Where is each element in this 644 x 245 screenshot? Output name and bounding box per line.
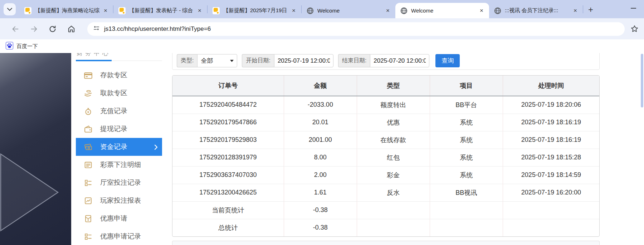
tab-welcome-2-active[interactable]: Welcome × (395, 3, 489, 18)
cell-amount: 1.61 (284, 184, 357, 201)
bookmark-baidu[interactable]: 百度一下 (6, 42, 38, 51)
close-icon[interactable]: × (384, 7, 392, 15)
filter-bar: 类型: 全部 开始日期: 结束日期: 查询 (172, 53, 600, 70)
summary-label: 总统计 (172, 219, 284, 236)
close-icon[interactable]: × (571, 7, 579, 15)
bank-card-icon (84, 71, 93, 80)
column-header-type: 类型 (357, 76, 430, 96)
sidebar-item-player-bet-report[interactable]: 玩家投注报表 (76, 192, 162, 210)
sidebar-item-withdrawal-records[interactable]: 提现记录 (76, 120, 162, 138)
funds-table: 订单号 金额 类型 项目 处理时间 1752920405484472 -2033… (172, 75, 600, 237)
back-icon[interactable] (11, 24, 20, 34)
coupon-icon: ¥ (84, 214, 93, 223)
start-date-label: 开始日期: (242, 54, 274, 67)
close-icon[interactable]: × (196, 7, 204, 15)
cell-type: 彩金 (357, 166, 430, 184)
sidebar-item-recharge-records[interactable]: ¥ 充值记录 (76, 102, 162, 120)
sidebar-item-lottery-bet-details[interactable]: 彩票下注明细 (76, 156, 162, 174)
window-minimize-button[interactable] (631, 8, 636, 9)
type-select-value: 全部 (201, 57, 213, 65)
close-icon[interactable]: × (478, 7, 486, 15)
sidebar-item-withdraw-zone[interactable]: 取款专区 (76, 84, 162, 102)
sidebar-item-deposit-zone[interactable]: 存款专区 (76, 66, 162, 84)
sidebar-item-label: 彩票下注明细 (100, 160, 141, 169)
type-select[interactable]: 全部 (197, 54, 237, 67)
page-content: 财务中心 存款专区 取款专区 ¥ 充值记录 提现记录 (0, 53, 644, 245)
hand-coins-icon (84, 89, 93, 98)
close-icon[interactable]: × (290, 7, 298, 15)
table-row: 1752913200426625 1.61 反水 BB视讯 2025-07-19… (172, 184, 599, 201)
type-filter-label: 类型: (177, 54, 197, 67)
svg-text:¥: ¥ (87, 110, 89, 114)
globe-icon (400, 7, 408, 14)
cell-order-id: 1752920405484472 (172, 96, 284, 114)
site-info-icon[interactable] (93, 25, 100, 33)
sidebar-item-label: 厅室投注记录 (100, 178, 141, 187)
close-icon[interactable]: × (102, 7, 109, 15)
sidebar-section-header: 财务中心 (76, 53, 162, 57)
bookmark-star-icon[interactable] (630, 24, 639, 34)
sidebar-header-underline (76, 61, 162, 61)
tab-divider (583, 5, 583, 13)
end-date-label: 结束日期: (338, 54, 370, 67)
sidebar-item-funds-records[interactable]: 资金记录 (76, 138, 162, 156)
money-bag-icon: ¥ (84, 107, 93, 116)
bookmark-label: 百度一下 (16, 43, 38, 50)
cell-project: 系统 (430, 114, 503, 131)
column-header-project: 项目 (430, 76, 503, 96)
tab-video-records[interactable]: :::视讯 会员下注纪录::: × (489, 3, 583, 18)
tab-title: 【新提醒】2025年7月19日 (223, 7, 288, 14)
baidu-paw-icon (6, 42, 13, 51)
summary-amount: -0.38 (284, 201, 357, 219)
cell-order-id: 1752920179547866 (172, 114, 284, 131)
cell-amount: 20.01 (284, 114, 357, 131)
cell-time: 2025-07-19 18:16:19 (503, 114, 599, 131)
cell-time: 2025-07-19 18:14:59 (503, 166, 599, 184)
cell-type: 额度转出 (357, 96, 430, 114)
pagination-box (172, 241, 600, 245)
tab-forum-1[interactable]: 【新提醒】海燕策略论坛综 × (19, 3, 113, 18)
address-bar[interactable]: js13.cc/hhcp/usercenter.html?iniType=6 (87, 22, 625, 36)
chart-report-icon (84, 196, 93, 205)
summary-row-current-page: 当前页统计 -0.38 (172, 201, 599, 219)
table-row: 1752920405484472 -2033.00 额度转出 BB平台 2025… (172, 96, 599, 114)
bookmarks-bar: 百度一下 (0, 39, 644, 53)
sidebar-item-promo-apply[interactable]: ¥ 优惠申请 (76, 210, 162, 227)
tab-forum-2[interactable]: 【新提醒】发表帖子 - 综合 × (113, 3, 207, 18)
column-header-amount: 金额 (284, 76, 357, 96)
cell-amount: -2033.00 (284, 96, 357, 114)
sidebar-item-promo-apply-records[interactable]: 优惠申请记录 (76, 227, 162, 245)
reload-icon[interactable] (48, 24, 57, 34)
forum-favicon-icon (118, 7, 126, 14)
cell-time: 2025-07-19 18:16:19 (503, 131, 599, 149)
table-header-row: 订单号 金额 类型 项目 处理时间 (172, 76, 599, 96)
home-icon[interactable] (67, 24, 76, 34)
tab-welcome-1[interactable]: Welcome × (302, 3, 395, 18)
sidebar-item-label: 提现记录 (100, 124, 127, 134)
browser-tab-strip: 【新提醒】海燕策略论坛综 × 【新提醒】发表帖子 - 综合 × 【新提醒】202… (0, 0, 644, 18)
new-tab-button[interactable]: + (588, 6, 593, 13)
start-date-input[interactable] (274, 54, 333, 67)
sidebar-menu: 存款专区 取款专区 ¥ 充值记录 提现记录 资金记录 (76, 66, 162, 245)
summary-amount: -0.38 (284, 219, 357, 236)
tab-forum-3[interactable]: 【新提醒】2025年7月19日 × (208, 3, 301, 18)
end-date-input[interactable] (370, 54, 429, 67)
cell-amount: 2.00 (284, 166, 357, 184)
chevron-down-icon (230, 60, 234, 62)
tab-search-button[interactable] (4, 3, 16, 15)
cell-time: 2025-07-19 18:20:06 (503, 96, 599, 114)
cell-project: BB平台 (430, 96, 503, 114)
forward-icon[interactable] (29, 24, 39, 34)
wallet-icon (84, 125, 93, 134)
url-text[interactable]: js13.cc/hhcp/usercenter.html?iniType=6 (104, 25, 211, 33)
sidebar-item-label: 存款专区 (100, 71, 127, 80)
sidebar-item-label: 玩家投注报表 (100, 196, 141, 205)
cell-order-id: 1752920128391979 (172, 149, 284, 166)
sidebar-item-hall-bet-records[interactable]: 厅室投注记录 (76, 174, 162, 192)
page-scrollbar[interactable] (641, 54, 643, 107)
tab-title: :::视讯 会员下注纪录::: (505, 7, 569, 14)
cell-type: 红包 (357, 149, 430, 166)
summary-row-total: 总统计 -0.38 (172, 219, 599, 236)
query-button[interactable]: 查询 (435, 54, 460, 67)
cell-amount: 8.00 (284, 149, 357, 166)
